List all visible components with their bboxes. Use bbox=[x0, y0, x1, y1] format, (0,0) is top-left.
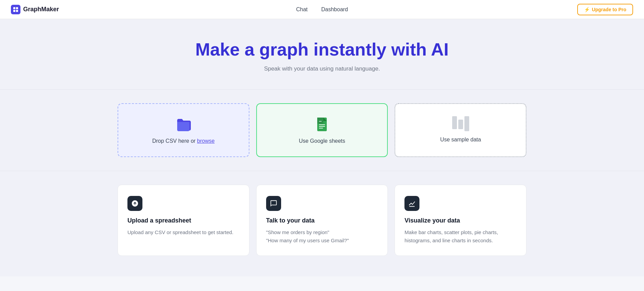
svg-rect-7 bbox=[319, 126, 325, 127]
sample-data-card[interactable]: Use sample data bbox=[395, 103, 526, 157]
upgrade-button[interactable]: ⚡ Upgrade to Pro bbox=[577, 4, 633, 15]
nav-dashboard[interactable]: Dashboard bbox=[321, 6, 348, 13]
upload-icon bbox=[127, 196, 142, 211]
feature-upload-desc: Upload any CSV or spreadsheet to get sta… bbox=[127, 228, 240, 236]
sheets-card-label: Use Google sheets bbox=[299, 138, 345, 144]
data-cards-container: Drop CSV here or browse Use Google sheet… bbox=[118, 103, 526, 157]
upgrade-label: Upgrade to Pro bbox=[592, 7, 626, 12]
svg-rect-9 bbox=[319, 121, 322, 122]
google-sheets-icon bbox=[314, 116, 330, 133]
feature-talk-desc: "Show me orders by region""How many of m… bbox=[266, 228, 378, 245]
nav-chat[interactable]: Chat bbox=[296, 6, 308, 13]
sample-icon bbox=[452, 116, 469, 131]
features-section: Upload a spreadsheet Upload any CSV or s… bbox=[0, 171, 644, 276]
nav-links: Chat Dashboard bbox=[296, 6, 348, 13]
feature-visualize-desc: Make bar charts, scatter plots, pie char… bbox=[404, 228, 517, 245]
svg-rect-2 bbox=[13, 10, 15, 12]
feature-upload: Upload a spreadsheet Upload any CSV or s… bbox=[118, 185, 249, 256]
logo-icon bbox=[11, 5, 20, 14]
feature-talk-title: Talk to your data bbox=[266, 217, 378, 224]
feature-upload-title: Upload a spreadsheet bbox=[127, 217, 240, 224]
app-logo[interactable]: GraphMaker bbox=[11, 5, 59, 14]
svg-rect-0 bbox=[13, 7, 15, 9]
data-source-section: Drop CSV here or browse Use Google sheet… bbox=[0, 90, 644, 171]
nav-right: ⚡ Upgrade to Pro bbox=[577, 4, 633, 15]
feature-visualize-title: Visualize your data bbox=[404, 217, 517, 224]
app-name: GraphMaker bbox=[23, 6, 59, 13]
sample-card-label: Use sample data bbox=[440, 137, 481, 143]
feature-visualize: Visualize your data Make bar charts, sca… bbox=[395, 185, 526, 256]
hero-subtitle: Speak with your data using natural langu… bbox=[11, 65, 633, 72]
google-sheets-card[interactable]: Use Google sheets bbox=[256, 103, 388, 157]
folder-icon bbox=[175, 116, 191, 133]
hero-title: Make a graph instantly with AI bbox=[11, 40, 633, 60]
features-grid: Upload a spreadsheet Upload any CSV or s… bbox=[118, 185, 526, 256]
chat-icon bbox=[266, 196, 281, 211]
csv-card-label: Drop CSV here or browse bbox=[152, 138, 215, 144]
csv-upload-card[interactable]: Drop CSV here or browse bbox=[118, 103, 249, 157]
browse-link[interactable]: browse bbox=[197, 138, 215, 144]
svg-rect-1 bbox=[16, 7, 18, 9]
main-area: Make a graph instantly with AI Speak wit… bbox=[0, 19, 644, 276]
navbar: GraphMaker Chat Dashboard ⚡ Upgrade to P… bbox=[0, 0, 644, 19]
svg-rect-8 bbox=[319, 128, 323, 128]
svg-rect-3 bbox=[16, 10, 18, 12]
hero-section: Make a graph instantly with AI Speak wit… bbox=[0, 19, 644, 90]
upgrade-icon: ⚡ bbox=[584, 7, 590, 12]
svg-rect-6 bbox=[319, 124, 325, 125]
feature-talk: Talk to your data "Show me orders by reg… bbox=[256, 185, 388, 256]
chart-icon bbox=[404, 196, 419, 211]
svg-rect-5 bbox=[317, 118, 323, 124]
